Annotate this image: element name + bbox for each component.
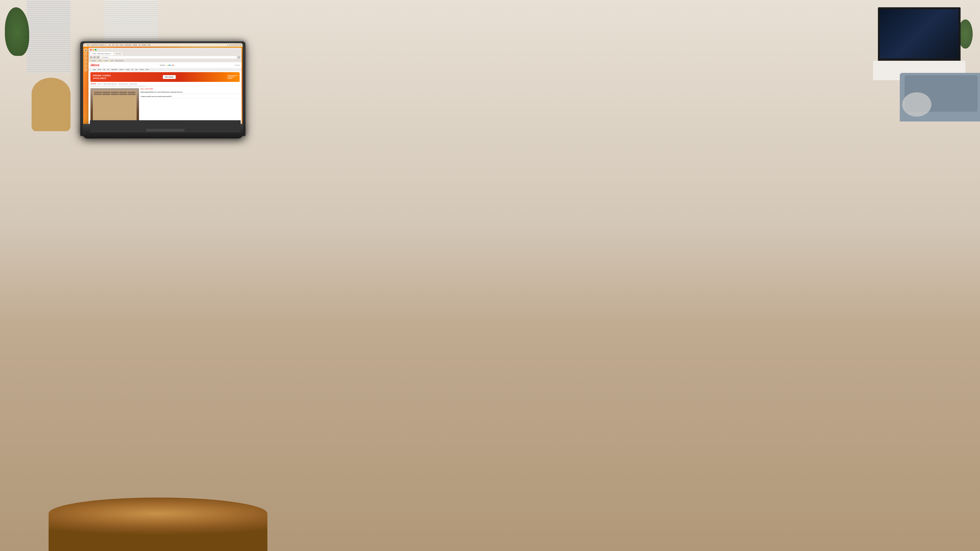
building-windows — [93, 91, 137, 96]
nav-icons: 🔔📘🐦📌▶ — [167, 65, 174, 66]
latest-news-label: LATEST NEWS — [144, 88, 153, 90]
trackpad[interactable] — [146, 129, 185, 132]
window-2 — [102, 92, 110, 93]
news-item-2-title: 7 things you didn't know you could do wi… — [140, 96, 240, 97]
trending-item-3[interactable]: Best iPad for students — [118, 83, 128, 84]
chair — [32, 78, 70, 131]
minimize-button[interactable] — [92, 49, 94, 51]
back-button[interactable]: ‹ — [90, 56, 92, 59]
tab-title: iMore - Apple News, Reviews, &... — [93, 53, 111, 54]
nav-iphone[interactable]: iPhone — [98, 69, 101, 70]
inactive-tab[interactable]: New Tab — [114, 52, 123, 56]
apple-menu[interactable]:  — [84, 44, 85, 46]
title-bar — [89, 48, 242, 51]
nav-airpods[interactable]: Airpods — [126, 69, 130, 70]
search-label: Search — [236, 65, 240, 66]
sidebar-icon-4[interactable] — [84, 60, 88, 64]
window-10 — [127, 94, 135, 95]
trending-item-2[interactable]: MacBook Air (M2, 2022) review — [103, 83, 117, 84]
site-header: iMore Subscribe ▾ 🔔📘🐦📌▶ 🔍 Search — [89, 62, 242, 68]
promo-sponsor-logo — [228, 75, 237, 79]
sidebar-icon-2[interactable] — [84, 52, 88, 56]
menubar-view[interactable]: View — [115, 44, 118, 46]
nav-apps[interactable]: Apps — [135, 69, 138, 70]
macos-menubar:  iMore - Apple News, Reviews, & ... Fil… — [83, 43, 243, 47]
window-4 — [119, 92, 127, 93]
promo-logo-line-2 — [228, 76, 234, 78]
promo-logo-line-1 — [228, 75, 237, 76]
nav-ipad[interactable]: iPad — [103, 69, 105, 70]
nav-more[interactable]: More ▾ — [146, 69, 149, 70]
active-tab[interactable]: ● iMore - Apple News, Reviews, &... — [90, 52, 113, 56]
bookmark-other[interactable]: Other Bookmarks — [115, 60, 124, 62]
site-nav: Subscribe ▾ 🔔📘🐦📌▶ — [160, 65, 174, 66]
battery-icon: ▮ — [229, 44, 230, 46]
window-5 — [127, 92, 135, 93]
site-navbar: ⌂ Apple iPhone iPad Mac Apple Watch Appl… — [89, 68, 242, 71]
menubar-tab[interactable]: Tab — [138, 44, 140, 46]
search-icon: 🔍 — [234, 65, 236, 66]
wifi-icon: ⊙ — [227, 44, 228, 46]
home-icon[interactable]: ⌂ — [91, 69, 91, 70]
promo-subheading: AVAILABLE — [93, 77, 111, 80]
news-item-1-title: Apple skipped M1 Mac Pro to wait for M2 … — [140, 91, 240, 93]
clock-display: Tue Jul 26 1:17 PM — [231, 44, 241, 46]
maximize-button[interactable] — [95, 49, 97, 51]
sidebar-icon-finder[interactable]: 🖥 — [84, 49, 88, 52]
nav-apple[interactable]: Apple — [93, 69, 96, 70]
trending-item-1[interactable]: iPhone 14 — [98, 83, 102, 84]
promo-text: PROMO CODES AVAILABLE — [93, 74, 111, 80]
nav-applewatch[interactable]: Apple Watch — [111, 69, 118, 70]
nav-homekit[interactable]: Homekit — [140, 69, 144, 70]
nav-appletv[interactable]: Apple TV — [119, 69, 124, 70]
promo-banner: PROMO CODES AVAILABLE SEE CODES — [91, 72, 240, 82]
menubar-history[interactable]: History — [119, 44, 124, 46]
menubar-app-menus: iMore - Apple News, Reviews, & ... File … — [87, 44, 150, 46]
nav-mac[interactable]: Mac — [107, 69, 110, 70]
bookmarks-bar: 📁 Booking ⭐ Morts ⭐ Gents ⭐ Mints Other … — [89, 59, 242, 62]
sidebar-icon-5[interactable] — [84, 64, 88, 68]
nav-ios[interactable]: iOS — [132, 69, 134, 70]
menubar-edit[interactable]: Edit — [112, 44, 114, 46]
url-input[interactable]: 🔒 imore.com — [100, 56, 237, 59]
menubar-window[interactable]: Window — [142, 44, 146, 46]
close-button[interactable] — [90, 49, 92, 51]
reload-button[interactable]: ↻ — [97, 56, 99, 59]
site-search[interactable]: 🔍 Search — [234, 65, 240, 66]
promo-heading: PROMO CODES — [93, 74, 111, 77]
address-bar: ‹ › ↻ 🔒 imore.com ⋮ — [89, 56, 242, 59]
news-item-1[interactable]: Apple skipped M1 Mac Pro to wait for M2 … — [140, 91, 240, 94]
tab-favicon: ● — [92, 53, 92, 54]
trending-bar: TRENDING iPhone 14 MacBook Air (M2, 2022… — [89, 83, 242, 85]
bookmark-2[interactable]: ⭐ Morts — [97, 60, 102, 62]
browser-window: ● iMore - Apple News, Reviews, &... New … — [89, 48, 242, 127]
nav-subscribe[interactable]: Subscribe ▾ — [160, 65, 165, 66]
sidebar-icon-3[interactable] — [84, 56, 88, 60]
news-item-2[interactable]: 7 things you didn't know you could do wi… — [140, 95, 240, 98]
menubar-bookmarks[interactable]: Bookmarks — [125, 44, 132, 46]
new-tab-label: New Tab — [116, 53, 121, 54]
bookmark-1[interactable]: 📁 Booking — [90, 60, 96, 62]
site-logo: iMore — [91, 63, 99, 67]
window-blinds-left — [27, 0, 70, 73]
promo-logo-lines — [228, 75, 237, 79]
tab-bar: ● iMore - Apple News, Reviews, &... New … — [89, 51, 242, 56]
menubar-help[interactable]: Help — [148, 44, 150, 46]
imore-logo-small: iMore — [140, 88, 144, 90]
trending-label: TRENDING — [91, 83, 96, 84]
macos-desktop:  iMore - Apple News, Reviews, & ... Fil… — [83, 43, 243, 133]
bookmark-4[interactable]: ⭐ Mints — [109, 60, 113, 62]
bookmark-3[interactable]: ⭐ Gents — [103, 60, 108, 62]
window-8 — [111, 94, 119, 95]
trending-item-4[interactable]: Best iMac for Mac — [129, 83, 137, 84]
menubar-file[interactable]: File — [108, 44, 111, 46]
extensions-button[interactable]: ⋮ — [238, 56, 240, 59]
sidebar-icon-6[interactable] — [84, 68, 88, 71]
traffic-lights — [90, 49, 97, 51]
forward-button[interactable]: › — [93, 56, 96, 59]
window-3 — [111, 92, 119, 93]
see-codes-button[interactable]: SEE CODES — [163, 75, 176, 79]
menubar-chrome[interactable]: iMore - Apple News, Reviews, & ... — [87, 44, 107, 46]
promo-logo-line-3 — [228, 78, 232, 79]
menubar-profiles[interactable]: Profiles — [133, 44, 137, 46]
